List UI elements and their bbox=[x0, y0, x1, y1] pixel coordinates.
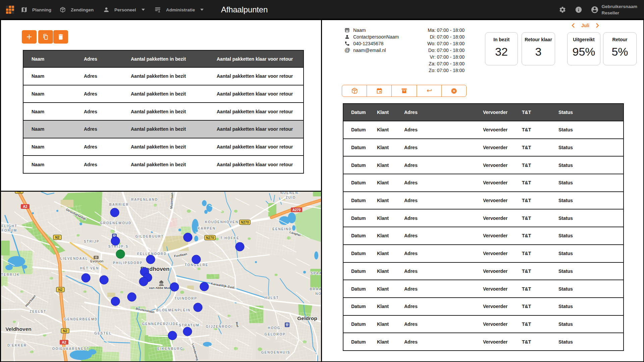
svg-text:A270: A270 bbox=[292, 208, 301, 212]
svg-text:LIEVENDAAL: LIEVENDAAL bbox=[60, 257, 88, 260]
svg-text:GESTEL: GESTEL bbox=[94, 331, 112, 335]
svg-text:HET VEN: HET VEN bbox=[80, 266, 99, 270]
svg-text:RAPENLAND: RAPENLAND bbox=[131, 198, 158, 201]
svg-text:STRIJP-S: STRIJP-S bbox=[108, 245, 128, 248]
svg-text:FLIGHT: FLIGHT bbox=[1, 224, 17, 228]
svg-text:TERRIJK: TERRIJK bbox=[1, 273, 20, 277]
svg-text:NOOR: NOOR bbox=[315, 292, 321, 296]
svg-text:TUINDORP: TUINDORP bbox=[174, 297, 197, 300]
svg-text:A2: A2 bbox=[23, 205, 28, 208]
svg-text:FORUM: FORUM bbox=[2, 229, 17, 232]
svg-text:GIJZENROOI: GIJZENROOI bbox=[206, 325, 233, 328]
svg-text:N270: N270 bbox=[206, 236, 214, 240]
svg-text:KOUDENHOVEN: KOUDENHOVEN bbox=[205, 220, 238, 224]
svg-text:ZUID: ZUID bbox=[286, 196, 296, 199]
svg-text:ZEELST: ZEELST bbox=[30, 310, 46, 313]
svg-text:N2: N2 bbox=[63, 329, 67, 333]
svg-text:EIKENBURG: EIKENBURG bbox=[157, 347, 183, 351]
svg-text:BLOEMENPLEIN: BLOEMENPLEIN bbox=[156, 308, 191, 312]
svg-text:PHILIPSDORP: PHILIPSDORP bbox=[113, 261, 143, 265]
svg-text:EENEIND: EENEIND bbox=[272, 227, 292, 231]
svg-text:KARPEN: KARPEN bbox=[198, 227, 216, 230]
svg-text:A2: A2 bbox=[62, 341, 66, 344]
svg-text:BRAAKH.: BRAAKH. bbox=[310, 287, 321, 291]
svg-text:GENNEPERZIJDE: GENNEPERZIJDE bbox=[142, 322, 178, 326]
svg-text:HOOG-: HOOG- bbox=[268, 326, 282, 330]
svg-text:D'EKKER: D'EKKER bbox=[7, 344, 27, 347]
svg-text:N2: N2 bbox=[55, 236, 60, 239]
svg-text:GENDERBEEMD: GENDERBEEMD bbox=[64, 317, 98, 321]
svg-text:GILDEBUURT: GILDEBUURT bbox=[136, 235, 164, 238]
svg-text:Geldrop: Geldrop bbox=[297, 315, 317, 321]
svg-text:Evoluon: Evoluon bbox=[90, 259, 103, 263]
svg-text:STRIJP: STRIJP bbox=[84, 240, 99, 243]
svg-text:N2: N2 bbox=[17, 192, 21, 193]
svg-text:Veldhoven: Veldhoven bbox=[5, 326, 32, 332]
svg-text:BARRIER: BARRIER bbox=[109, 203, 129, 206]
svg-text:HULST: HULST bbox=[265, 296, 279, 300]
svg-text:NUENEN-: NUENEN- bbox=[280, 192, 300, 195]
svg-text:OOIEVAARSNEST: OOIEVAARSNEST bbox=[52, 347, 90, 351]
svg-text:STRATUM: STRATUM bbox=[179, 323, 200, 327]
svg-text:GROENEWOUD: GROENEWOUD bbox=[100, 221, 131, 225]
svg-text:N2: N2 bbox=[58, 288, 63, 292]
svg-text:GELDROP: GELDROP bbox=[265, 333, 286, 336]
svg-text:GENOENHUIS: GENOENHUIS bbox=[261, 351, 290, 354]
svg-text:N270: N270 bbox=[241, 221, 249, 224]
svg-text:SPAARPOT: SPAARPOT bbox=[311, 272, 321, 275]
svg-text:'T HOFKE: 'T HOFKE bbox=[219, 236, 239, 240]
svg-text:van Abbe Muse: van Abbe Muse bbox=[149, 286, 172, 290]
